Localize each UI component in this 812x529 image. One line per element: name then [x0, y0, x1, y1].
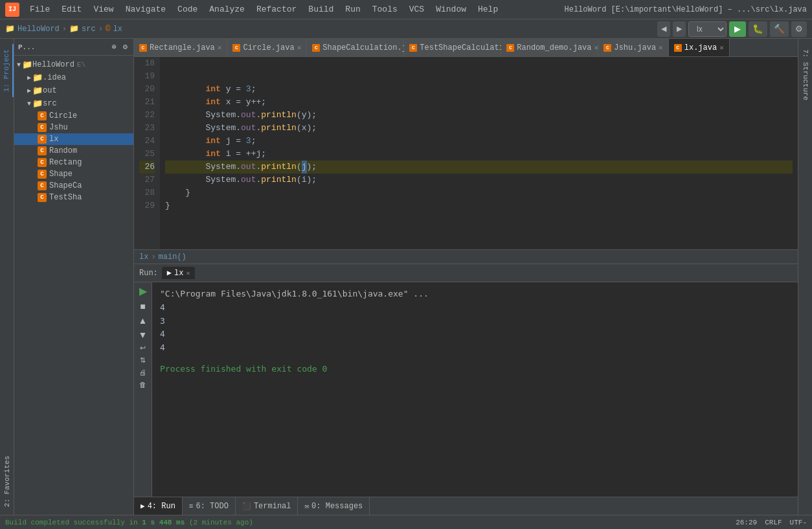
menu-navigate[interactable]: Navigate — [120, 3, 171, 16]
run-tab-close[interactable]: ✕ — [186, 269, 190, 277]
menu-code[interactable]: Code — [172, 3, 203, 16]
tree-icon-add[interactable]: ⊕ — [110, 41, 118, 52]
file-tree-title: P... — [18, 43, 110, 51]
editor-section: C Rectangle.java ✕ C Circle.java ✕ C Sha… — [134, 39, 798, 515]
tree-item-testsha[interactable]: C TestSha — [14, 192, 133, 203]
sidebar-tab-project[interactable]: 1: Project — [1, 44, 14, 97]
sidebar-tab-structure[interactable]: 7: Structure — [800, 44, 811, 106]
nav-file[interactable]: lx — [113, 25, 122, 34]
tab-testshapecalc[interactable]: C TestShapeCalculation.java ✕ — [404, 39, 501, 56]
run-panel: ▶ ■ ▲ ▼ ↩ ⇅ 🖨 🗑 "C:\Program Files\Java\j… — [134, 282, 798, 497]
run-stop-button[interactable]: ■ — [139, 300, 146, 312]
output-empty — [160, 355, 790, 363]
run-play-button[interactable]: ▶ — [138, 285, 148, 298]
tree-item-src[interactable]: ▼ 📁 src — [14, 97, 133, 110]
tree-item-shape[interactable]: C Shape — [14, 168, 133, 180]
back-button[interactable]: ◀ — [657, 21, 670, 37]
tree-item-jshu[interactable]: C Jshu — [14, 122, 133, 133]
build-status: Build completed successfully in 1 s 448 … — [5, 519, 253, 526]
encoding: UTF- — [790, 519, 807, 526]
breadcrumb-file[interactable]: lx — [139, 253, 148, 262]
menu-help[interactable]: Help — [473, 3, 503, 16]
tree-item-root[interactable]: ▼ 📁 HelloWord E\ — [14, 58, 133, 71]
main-content: 1: Project 2: Favorites P... ⊕ ⚙ ▼ 📁 Hel… — [0, 39, 812, 515]
tree-item-lx[interactable]: C lx — [14, 133, 133, 145]
menu-refactor[interactable]: Refactor — [251, 3, 302, 16]
tree-item-circle[interactable]: C Circle — [14, 110, 133, 122]
menu-items: File Edit View Navigate Code Analyze Ref… — [25, 3, 503, 16]
run-wrap-button[interactable]: ↩ — [139, 343, 147, 353]
tab-close-lx[interactable]: ✕ — [719, 43, 724, 52]
menu-window[interactable]: Window — [431, 3, 471, 16]
output-cmd: "C:\Program Files\Java\jdk1.8.0_161\bin\… — [160, 287, 790, 301]
menu-file[interactable]: File — [25, 3, 55, 16]
code-line-23: System.out.println(x); — [165, 122, 793, 135]
tab-shapecalc[interactable]: C ShapeCalculation.java ✕ — [307, 39, 404, 56]
status-bar: Build completed successfully in 1 s 448 … — [0, 515, 812, 529]
tab-lx[interactable]: C lx.java ✕ — [669, 39, 730, 56]
tab-randomdemo[interactable]: C Random_demo.java ✕ — [501, 39, 598, 56]
menu-edit[interactable]: Edit — [56, 3, 87, 16]
bottom-tab-run[interactable]: ▶ lx ✕ — [162, 267, 196, 279]
bp-tab-todo[interactable]: ≡ 6: TODO — [183, 497, 236, 515]
run-print-button[interactable]: 🖨 — [138, 368, 148, 377]
bp-tab-terminal[interactable]: ⬛ Terminal — [236, 497, 299, 515]
terminal-icon: ⬛ — [242, 502, 251, 510]
tree-item-shapeca[interactable]: C ShapeCa — [14, 180, 133, 192]
menu-analyze[interactable]: Analyze — [204, 3, 250, 16]
run-config-dropdown[interactable]: lx — [688, 21, 727, 37]
tab-jshu[interactable]: C Jshu.java ✕ — [598, 39, 668, 56]
tree-item-rectang[interactable]: C Rectang — [14, 157, 133, 168]
line-col: 26:29 — [736, 519, 757, 526]
run-scroll-up-button[interactable]: ▲ — [137, 315, 149, 326]
run-output: "C:\Program Files\Java\jdk1.8.0_161\bin\… — [152, 282, 798, 497]
tree-item-idea[interactable]: ▶ 📁 .idea — [14, 71, 133, 84]
run-button[interactable]: ▶ — [729, 21, 746, 37]
tree-icon-gear[interactable]: ⚙ — [121, 41, 130, 52]
tab-close-randomdemo[interactable]: ✕ — [594, 43, 599, 52]
tree-item-out[interactable]: ▶ 📁 out — [14, 84, 133, 97]
line-numbers: 18 19 20 21 22 23 24 25 26 27 28 29 — [134, 57, 160, 249]
nav-src[interactable]: src — [82, 25, 96, 34]
window-title: HelloWord [E:\important\HelloWord] – ...… — [565, 5, 807, 14]
bp-tab-run[interactable]: ▶ 4: Run — [134, 497, 183, 515]
output-line-2: 3 — [160, 315, 790, 328]
status-right: 26:29 CRLF UTF- — [736, 519, 807, 526]
run-filter-button[interactable]: ⇅ — [139, 355, 147, 365]
bp-tab-messages[interactable]: ✉ 0: Messages — [298, 497, 370, 515]
menu-run[interactable]: Run — [340, 3, 365, 16]
run-tab-icon: ▶ — [167, 268, 172, 278]
menu-view[interactable]: View — [88, 3, 118, 16]
sidebar-tab-favorites[interactable]: 2: Favorites — [1, 451, 13, 512]
nav-project[interactable]: HelloWord — [17, 25, 60, 34]
tab-close-rectangle[interactable]: ✕ — [218, 43, 222, 52]
code-editor[interactable]: 18 19 20 21 22 23 24 25 26 27 28 29 — [134, 57, 798, 249]
left-sidebar-strip: 1: Project 2: Favorites — [0, 39, 14, 515]
menu-tools[interactable]: Tools — [367, 3, 403, 16]
output-line-1: 4 — [160, 301, 790, 315]
build-button[interactable]: 🔨 — [770, 21, 789, 37]
run-icon: ▶ — [141, 502, 145, 510]
output-line-3: 4 — [160, 328, 790, 341]
tab-close-jshu[interactable]: ✕ — [659, 43, 663, 52]
messages-icon: ✉ — [304, 502, 309, 510]
menu-vcs[interactable]: VCS — [404, 3, 429, 16]
menu-bar: IJ File Edit View Navigate Code Analyze … — [0, 0, 812, 19]
tab-close-circle[interactable]: ✕ — [297, 43, 302, 52]
line-ending: CRLF — [765, 519, 782, 526]
code-content[interactable]: int y = 3; int x = y++; System.out.print… — [160, 57, 798, 249]
tree-item-random[interactable]: C Random — [14, 145, 133, 157]
bottom-panel: Run: ▶ lx ✕ ▶ ■ ▲ ▼ ↩ — [134, 264, 798, 497]
code-line-29: } — [165, 199, 793, 212]
more-button[interactable]: ⚙ — [791, 21, 807, 37]
menu-build[interactable]: Build — [303, 3, 339, 16]
editor-breadcrumb: lx › main() — [134, 249, 798, 264]
forward-button[interactable]: ▶ — [673, 21, 686, 37]
breadcrumb-method[interactable]: main() — [159, 253, 186, 262]
run-scroll-down-button[interactable]: ▼ — [137, 329, 149, 341]
tab-rectangle[interactable]: C Rectangle.java ✕ — [134, 39, 227, 56]
code-line-27: System.out.println(i); — [165, 174, 793, 186]
tab-circle[interactable]: C Circle.java ✕ — [227, 39, 307, 56]
run-clear-button[interactable]: 🗑 — [138, 380, 148, 390]
debug-button[interactable]: 🐛 — [749, 21, 767, 37]
